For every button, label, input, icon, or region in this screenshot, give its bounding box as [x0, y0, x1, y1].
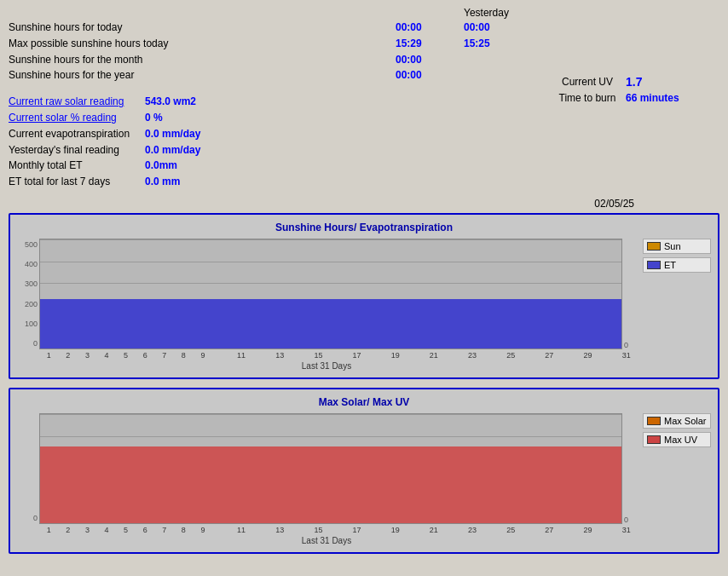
chart2-axes: 0 0	[17, 413, 636, 545]
bar-group-20	[415, 239, 434, 348]
y-label-300: 300	[19, 279, 38, 288]
bar-group-18	[378, 414, 396, 523]
x-label-6: 7	[154, 351, 174, 360]
stats-left: Yesterday Sunshine hours for today 00:00…	[9, 7, 532, 191]
bar-6	[153, 446, 171, 523]
x2-label-16: 17	[347, 526, 367, 534]
uv-value: 1.7	[626, 75, 642, 89]
bar-group-1	[59, 414, 78, 523]
bar-4	[115, 299, 134, 348]
bar-19	[396, 446, 415, 523]
bar-17	[359, 299, 378, 348]
bar-group-17	[359, 239, 378, 348]
stat-yesterday-0: 00:00	[464, 20, 532, 35]
bar-group-2	[78, 414, 96, 523]
bar-20	[415, 299, 434, 348]
bar-group-21	[434, 414, 453, 523]
bar-15	[321, 446, 340, 523]
x-label-11	[251, 351, 270, 360]
bar-group-5	[134, 239, 153, 348]
bar-group-30	[603, 414, 621, 523]
chart1-title: Sunshine Hours/ Evapotranspiration	[17, 222, 711, 233]
bar-5	[134, 299, 153, 348]
bar-28	[565, 446, 584, 523]
legend-maxsolar-color	[647, 417, 661, 425]
x-label-8: 9	[194, 351, 213, 360]
bar-15	[321, 299, 340, 348]
bar-7	[171, 446, 190, 523]
x-label-15	[328, 351, 348, 360]
x-label-30: 31	[616, 351, 636, 360]
bar-group-3	[96, 239, 115, 348]
bar-4	[115, 446, 134, 523]
x-label-17	[367, 351, 386, 360]
bar-group-8	[190, 239, 209, 348]
uv-row: Current UV 1.7	[549, 75, 719, 89]
chart2-container: Max Solar/ Max UV 0	[9, 388, 719, 554]
bar-group-13	[284, 414, 303, 523]
x2-label-18: 19	[385, 526, 405, 534]
stat-yesterday-1: 15:25	[464, 37, 532, 51]
bar-23	[471, 299, 490, 348]
x-label-18: 19	[385, 351, 405, 360]
bar-group-10	[228, 239, 246, 348]
x2-label-22: 23	[463, 526, 482, 534]
bar-group-18	[378, 239, 396, 348]
solar-raw-label[interactable]: Current raw solar reading	[9, 95, 145, 109]
bar-group-22	[453, 239, 471, 348]
solar-pct-label[interactable]: Current solar % reading	[9, 111, 145, 125]
bar-25	[509, 299, 528, 348]
chart1-x-title: Last 31 Days	[17, 361, 636, 371]
bar-group-25	[509, 239, 528, 348]
chart2-row: 0 0	[17, 413, 636, 524]
bar-group-7	[171, 414, 190, 523]
y-label-100: 100	[19, 320, 38, 328]
chart1-area: 500 400 300 200 100 0	[17, 239, 711, 371]
x2-label-4: 5	[116, 526, 136, 534]
x-label-4: 5	[116, 351, 136, 360]
x2-label-24: 25	[501, 526, 521, 534]
bar-11	[246, 446, 265, 523]
x2-label-23	[482, 526, 501, 534]
chart1-x-labels: 1234567891113151719212325272931	[39, 351, 636, 360]
bar-12	[265, 299, 284, 348]
bar-group-16	[340, 239, 359, 348]
x-label-25	[520, 351, 540, 360]
bar-28	[565, 299, 584, 348]
bar-2	[78, 299, 96, 348]
x-label-7: 8	[174, 351, 194, 360]
x2-label-7: 8	[174, 526, 194, 534]
chart1-y-axis: 500 400 300 200 100 0	[17, 239, 39, 349]
bar-3	[96, 299, 115, 348]
bar-group-19	[396, 414, 415, 523]
solar-section: Current raw solar reading 543.0 wm2 Curr…	[9, 95, 532, 189]
bar-12	[265, 446, 284, 523]
x2-label-19	[405, 526, 425, 534]
bar-group-3	[96, 414, 115, 523]
solar-evapo-label: Current evapotranspiration	[9, 127, 145, 141]
solar-raw-value: 543.0 wm2	[145, 95, 222, 109]
bar-24	[490, 446, 509, 523]
stat-today-0: 00:00	[396, 20, 464, 35]
x2-label-10: 11	[232, 526, 251, 534]
x-label-23	[482, 351, 501, 360]
x2-label-11	[251, 526, 270, 534]
y-label-500: 500	[19, 240, 38, 249]
bar-group-11	[246, 414, 265, 523]
x2-label-28: 29	[578, 526, 598, 534]
bar-3	[96, 446, 115, 523]
bar-group-19	[396, 239, 415, 348]
bar-group-20	[415, 414, 434, 523]
solar-pct-row: Current solar % reading 0 %	[9, 111, 532, 125]
bar-20	[415, 446, 434, 523]
bar-18	[378, 446, 396, 523]
bar-21	[434, 299, 453, 348]
x2-label-25	[520, 526, 540, 534]
bar-7	[171, 299, 190, 348]
chart2-x-title: Last 31 Days	[17, 536, 636, 545]
stat-today-2: 00:00	[396, 53, 464, 67]
bar-30	[603, 299, 621, 348]
bar-29	[584, 299, 603, 348]
bar-group-13	[284, 239, 303, 348]
x2-label-5: 6	[136, 526, 155, 534]
